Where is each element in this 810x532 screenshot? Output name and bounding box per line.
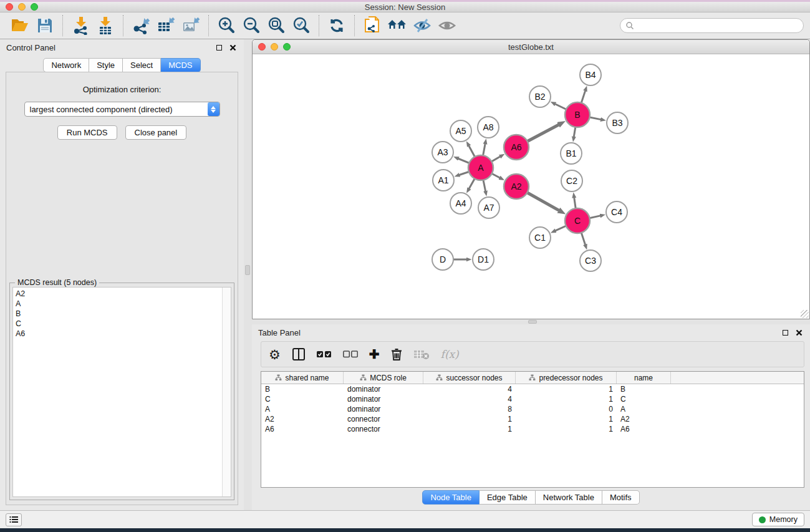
toolbar-search-field[interactable] bbox=[620, 18, 804, 33]
table-row[interactable]: A2connector11A2 bbox=[261, 414, 804, 424]
mcds-result-item[interactable]: C bbox=[16, 319, 219, 329]
column-header[interactable]: shared name bbox=[261, 372, 344, 384]
mcds-result-list[interactable]: A2ABCA6 bbox=[13, 288, 222, 496]
memory-button[interactable]: Memory bbox=[752, 513, 804, 526]
tab-motifs[interactable]: Motifs bbox=[602, 490, 640, 505]
table-cell[interactable]: B bbox=[617, 384, 671, 394]
mcds-result-groupbox: MCDS result (5 nodes) A2ABCA6 bbox=[9, 283, 234, 500]
show-all-icon[interactable] bbox=[436, 15, 458, 36]
deselect-all-icon[interactable] bbox=[343, 345, 358, 364]
table-cell[interactable]: 1 bbox=[516, 414, 617, 424]
window-resize-grip-icon[interactable] bbox=[801, 310, 809, 318]
toolbar-separator bbox=[208, 15, 209, 36]
table-cell[interactable]: A bbox=[617, 404, 671, 414]
table-cell[interactable]: 1 bbox=[516, 394, 617, 404]
import-network-icon[interactable] bbox=[70, 15, 91, 36]
zoom-out-icon[interactable] bbox=[241, 15, 262, 36]
node-table[interactable]: shared nameMCDS rolesuccessor nodesprede… bbox=[261, 371, 804, 488]
mcds-result-item[interactable]: B bbox=[16, 309, 219, 319]
table-body: Bdominator41BCdominator41CAdominator80AA… bbox=[261, 384, 804, 434]
optimization-criterion-select[interactable]: largest connected component (directed) bbox=[24, 102, 220, 117]
table-cell[interactable]: 4 bbox=[423, 384, 516, 394]
zoom-fit-icon[interactable] bbox=[266, 15, 287, 36]
table-row[interactable]: Cdominator41C bbox=[261, 394, 804, 404]
table-cell[interactable]: dominator bbox=[344, 394, 423, 404]
column-header[interactable]: name bbox=[617, 372, 671, 384]
result-list-scrollbar[interactable] bbox=[222, 288, 231, 496]
table-cell[interactable]: A6 bbox=[617, 424, 671, 434]
search-input[interactable] bbox=[634, 20, 803, 31]
table-cell[interactable]: dominator bbox=[344, 384, 423, 394]
mcds-result-item[interactable]: A6 bbox=[16, 329, 219, 339]
home-levels-icon[interactable] bbox=[387, 15, 408, 36]
delete-table-icon bbox=[413, 345, 430, 364]
tab-node-table[interactable]: Node Table bbox=[422, 490, 480, 505]
table-cell[interactable]: 1 bbox=[423, 424, 516, 434]
mcds-result-item[interactable]: A bbox=[16, 299, 219, 309]
table-cell[interactable]: C bbox=[617, 394, 671, 404]
settings-gear-icon[interactable]: ⚙ bbox=[269, 345, 281, 364]
export-table-icon[interactable] bbox=[155, 15, 176, 36]
table-cell[interactable]: A bbox=[261, 404, 344, 414]
table-cell[interactable]: A6 bbox=[261, 424, 344, 434]
table-row[interactable]: Adominator80A bbox=[261, 404, 804, 414]
network-canvas[interactable]: AA1A3A5A8A4A7A6A2BB2B4B3B1CC2C1C4C3DD1 bbox=[253, 54, 809, 319]
import-table-icon[interactable] bbox=[95, 15, 116, 36]
table-cell[interactable]: connector bbox=[344, 414, 423, 424]
task-history-button[interactable] bbox=[6, 513, 22, 526]
close-panel-icon[interactable] bbox=[228, 42, 238, 52]
control-panel-tabs: Network Style Select MCDS bbox=[0, 58, 244, 72]
delete-column-icon[interactable] bbox=[391, 345, 402, 364]
table-cell[interactable]: 0 bbox=[516, 404, 617, 414]
table-cell[interactable]: dominator bbox=[344, 404, 423, 414]
column-header[interactable]: successor nodes bbox=[423, 372, 516, 384]
tab-style[interactable]: Style bbox=[89, 58, 123, 72]
tab-mcds[interactable]: MCDS bbox=[161, 58, 200, 72]
column-browser-icon[interactable] bbox=[292, 345, 306, 364]
table-cell[interactable]: C bbox=[261, 394, 344, 404]
divider-grip[interactable] bbox=[528, 320, 537, 324]
table-cell[interactable]: connector bbox=[344, 424, 423, 434]
column-header[interactable]: predecessor nodes bbox=[516, 372, 617, 384]
select-all-icon[interactable] bbox=[317, 345, 332, 364]
float-panel-icon[interactable] bbox=[214, 42, 224, 52]
mcds-result-item[interactable]: A2 bbox=[16, 289, 219, 299]
zoom-in-icon[interactable] bbox=[216, 15, 237, 36]
graph-node-label: B3 bbox=[612, 118, 622, 128]
table-cell[interactable]: 1 bbox=[423, 414, 516, 424]
zoom-selected-icon[interactable] bbox=[291, 15, 312, 36]
table-tabs: Node Table Edge Table Network Table Moti… bbox=[252, 488, 810, 506]
table-cell[interactable]: 4 bbox=[423, 394, 516, 404]
refresh-icon[interactable] bbox=[326, 15, 347, 36]
tab-select[interactable]: Select bbox=[123, 58, 161, 72]
table-row[interactable]: A6connector11A6 bbox=[261, 424, 804, 434]
tab-network-table[interactable]: Network Table bbox=[536, 490, 602, 505]
table-cell[interactable]: A2 bbox=[617, 414, 671, 424]
column-header[interactable]: MCDS role bbox=[344, 372, 423, 384]
export-network-icon[interactable] bbox=[130, 15, 152, 36]
tab-network[interactable]: Network bbox=[43, 58, 89, 72]
panel-divider-horizontal[interactable] bbox=[252, 319, 810, 324]
column-header-label: successor nodes bbox=[446, 374, 502, 382]
float-table-panel-icon[interactable] bbox=[780, 327, 790, 337]
open-file-icon[interactable] bbox=[9, 15, 31, 36]
table-row[interactable]: Bdominator41B bbox=[261, 384, 804, 394]
table-cell[interactable]: A2 bbox=[261, 414, 344, 424]
run-mcds-button[interactable]: Run MCDS bbox=[57, 125, 117, 140]
table-cell[interactable]: 1 bbox=[516, 384, 617, 394]
save-session-icon[interactable] bbox=[34, 15, 55, 36]
table-cell[interactable]: 1 bbox=[516, 424, 617, 434]
hide-selected-icon[interactable] bbox=[412, 15, 433, 36]
table-cell[interactable]: 8 bbox=[423, 404, 516, 414]
close-table-panel-icon[interactable] bbox=[794, 327, 804, 337]
divider-grip[interactable] bbox=[245, 265, 250, 275]
add-column-icon[interactable]: ✚ bbox=[369, 345, 380, 364]
close-panel-button[interactable]: Close panel bbox=[125, 125, 187, 140]
dropdown-stepper-icon bbox=[208, 102, 219, 116]
table-cell[interactable]: B bbox=[261, 384, 344, 394]
export-image-icon[interactable] bbox=[180, 15, 201, 36]
tab-edge-table[interactable]: Edge Table bbox=[480, 490, 536, 505]
new-network-from-selection-icon[interactable] bbox=[362, 15, 383, 36]
mcds-result-title: MCDS result (5 nodes) bbox=[15, 278, 99, 287]
panel-divider-vertical[interactable] bbox=[244, 39, 252, 510]
